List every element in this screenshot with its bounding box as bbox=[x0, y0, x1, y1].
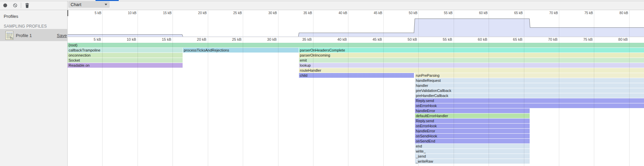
svg-text:%: % bbox=[10, 36, 13, 40]
